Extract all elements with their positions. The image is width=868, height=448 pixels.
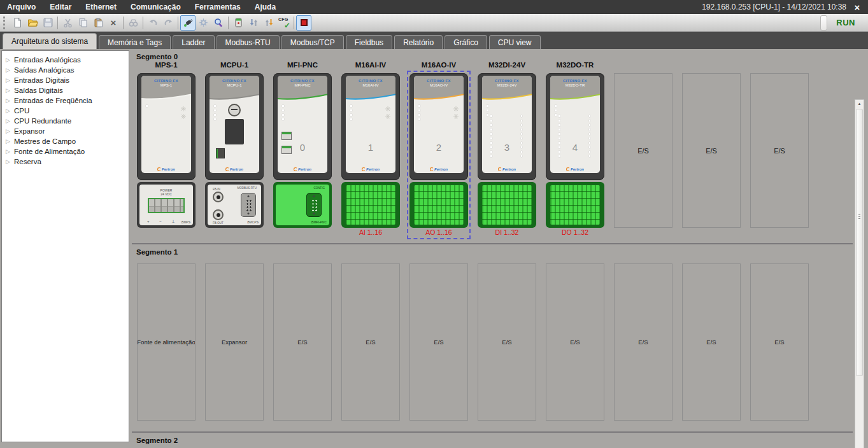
tab-cpu-view[interactable]: CPU view <box>489 35 541 49</box>
module-m16ai[interactable]: CITRINO FXM16AI-IV 1 Fertron AI 1..16 <box>339 71 402 239</box>
rack-cell-mfi-pnc[interactable]: MFI-PNC CITRINO FXMFI-PNC 0 Fertron <box>271 61 334 239</box>
scrollbar-thumb[interactable] <box>856 109 863 376</box>
rack-cell-empty[interactable]: E/S <box>271 263 334 421</box>
rack-cell-empty[interactable]: E/S <box>748 263 811 421</box>
tree-item-reserva[interactable]: ▷Reserva <box>2 157 129 167</box>
menu-comunicacao[interactable]: Comunicação <box>124 3 188 11</box>
tab-grafico[interactable]: Gráfico <box>445 35 487 49</box>
tab-arquitetura-do-sistema[interactable]: Arquitetura do sistema <box>3 33 97 49</box>
rack-cell-empty[interactable]: E/S <box>339 263 402 421</box>
rack-cell-empty[interactable]: E/S <box>679 61 743 239</box>
copy-button[interactable] <box>75 15 90 31</box>
expander-icon[interactable]: ▷ <box>6 118 14 124</box>
settings-gear-button[interactable] <box>196 15 211 31</box>
undo-button[interactable] <box>145 15 160 31</box>
empty-io-slot[interactable]: E/S <box>614 263 672 421</box>
expander-icon[interactable]: ▷ <box>6 77 14 83</box>
upload-config-button[interactable] <box>261 15 276 31</box>
tab-memoria-e-tags[interactable]: Memória e Tags <box>99 35 171 49</box>
empty-io-slot[interactable]: E/S <box>682 73 741 228</box>
tree-item-entradas-digitais[interactable]: ▷Entradas Digitais <box>2 75 129 85</box>
save-button[interactable] <box>40 15 55 31</box>
rack-cell-empty[interactable]: Expansor <box>203 263 266 421</box>
expander-icon[interactable]: ▷ <box>6 67 14 73</box>
tree-item-mestres-de-campo[interactable]: ▷Mestres de Campo <box>2 136 129 146</box>
rack-cell-empty[interactable]: E/S <box>611 61 675 239</box>
empty-io-slot[interactable]: E/S <box>682 263 741 421</box>
rack-cell-mcpu1[interactable]: MCPU-1 CITRINO FXMCPU-1 Fertron <box>203 61 266 239</box>
tree-item-cpu[interactable]: ▷CPU <box>2 106 129 116</box>
empty-io-slot[interactable]: E/S <box>546 263 604 421</box>
rack-cell-m32di[interactable]: M32DI-24V CITRINO FXM32DI-24V 3 Fertron <box>475 61 539 239</box>
expander-icon[interactable]: ▷ <box>6 97 14 104</box>
expander-icon[interactable]: ▷ <box>6 108 14 114</box>
expander-icon[interactable]: ▷ <box>6 138 14 144</box>
menu-ferramentas[interactable]: Ferramentas <box>188 3 248 11</box>
rack-cell-m16ai[interactable]: M16AI-IV CITRINO FXM16AI-IV 1 Fertron <box>339 61 402 239</box>
rack-cell-m16ao[interactable]: M16AO-IV CITRINO FXM16AO-IV 2 Fertron <box>407 61 471 239</box>
expander-icon[interactable]: ▷ <box>6 148 14 155</box>
online-connection-button[interactable] <box>180 15 196 31</box>
module-m16ao-selected[interactable]: CITRINO FXM16AO-IV 2 Fertron AO 1..16 <box>407 71 471 239</box>
close-button[interactable]: × <box>846 2 868 13</box>
rack-cell-empty[interactable]: E/S <box>679 263 743 421</box>
paste-button[interactable] <box>90 15 106 31</box>
tree-item-entradas-analogicas[interactable]: ▷Entradas Analógicas <box>2 55 129 65</box>
module-mps1[interactable]: CITRINO FXMPS-1 Fertron POWER24 VDC + − … <box>134 71 198 239</box>
open-folder-button[interactable] <box>25 15 40 31</box>
toolbar-overflow-handle[interactable] <box>820 15 827 31</box>
rack-cell-m32do[interactable]: M32DO-TR CITRINO FXM32DO-TR 4 Fertron <box>543 61 607 239</box>
vertical-scrollbar[interactable]: ▲ ▼ <box>855 99 864 448</box>
new-file-button[interactable] <box>10 15 25 31</box>
tab-ladder[interactable]: Ladder <box>173 35 214 49</box>
tab-fieldbus[interactable]: Fieldbus <box>346 35 392 49</box>
menu-editar[interactable]: Editar <box>43 3 78 11</box>
expander-icon[interactable]: ▷ <box>6 128 14 134</box>
tab-modbus-rtu[interactable]: Modbus-RTU <box>217 35 280 49</box>
menu-arquivo[interactable]: Arquivo <box>0 3 43 11</box>
tab-modbus-tcp[interactable]: Modbus/TCP <box>281 35 344 49</box>
module-m32do[interactable]: CITRINO FXM32DO-TR 4 Fertron DO 1..32 <box>543 71 607 239</box>
empty-io-slot[interactable]: E/S <box>750 73 809 228</box>
rack-cell-empty[interactable]: E/S <box>475 263 539 421</box>
stop-button[interactable] <box>296 15 311 31</box>
empty-psu-slot[interactable]: Fonte de alimentação <box>137 263 196 421</box>
tree-item-entradas-de-frequencia[interactable]: ▷Entradas de Freqüência <box>2 95 129 106</box>
module-m32di[interactable]: CITRINO FXM32DI-24V 3 Fertron DI 1..32 <box>475 71 539 239</box>
empty-io-slot[interactable]: E/S <box>750 263 809 421</box>
rack-cell-empty[interactable]: E/S <box>611 263 675 421</box>
rack-cell-empty[interactable]: E/S <box>407 263 471 421</box>
delete-button[interactable]: × <box>106 15 121 31</box>
find-button[interactable] <box>125 15 141 31</box>
empty-io-slot[interactable]: E/S <box>614 73 672 228</box>
menu-ajuda[interactable]: Ajuda <box>248 3 283 11</box>
empty-io-slot[interactable]: E/S <box>273 263 332 421</box>
tree-item-saidas-digitais[interactable]: ▷Saídas Digitais <box>2 85 129 95</box>
tree-item-cpu-redundante[interactable]: ▷CPU Redundante <box>2 116 129 126</box>
tree-item-saidas-analogicas[interactable]: ▷Saídas Analógicas <box>2 65 129 75</box>
tree-item-expansor[interactable]: ▷Expansor <box>2 126 129 136</box>
empty-io-slot[interactable]: E/S <box>409 263 468 421</box>
cfg-verify-button[interactable]: CFG ✓ <box>276 15 292 31</box>
redo-button[interactable] <box>160 15 176 31</box>
module-mcpu1[interactable]: CITRINO FXMCPU-1 Fertron FB-IN <box>203 71 266 239</box>
menu-ethernet[interactable]: Ethernet <box>78 3 124 11</box>
diagnostics-search-button[interactable] <box>211 15 226 31</box>
toolbar-grip[interactable] <box>3 17 6 29</box>
module-mfi-pnc[interactable]: CITRINO FXMFI-PNC 0 Fertron CONFIG <box>271 71 334 239</box>
module-device-button[interactable] <box>231 15 246 31</box>
rack-cell-empty[interactable]: E/S <box>543 263 607 421</box>
scroll-up-arrow[interactable]: ▲ <box>855 102 864 106</box>
tab-relatorio[interactable]: Relatório <box>394 35 443 49</box>
download-config-button[interactable] <box>246 15 261 31</box>
empty-io-slot[interactable]: E/S <box>341 263 400 421</box>
empty-expander-slot[interactable]: Expansor <box>205 263 264 421</box>
empty-io-slot[interactable]: E/S <box>478 263 536 421</box>
rack-cell-empty[interactable]: E/S <box>748 61 811 239</box>
rack-cell-mps1[interactable]: MPS-1 CITRINO FXMPS-1 Fertron PO <box>134 61 198 239</box>
cut-button[interactable] <box>60 15 75 31</box>
expander-icon[interactable]: ▷ <box>6 87 14 94</box>
rack-cell-empty[interactable]: Fonte de alimentação <box>134 263 198 421</box>
expander-icon[interactable]: ▷ <box>6 158 14 165</box>
expander-icon[interactable]: ▷ <box>6 57 14 63</box>
